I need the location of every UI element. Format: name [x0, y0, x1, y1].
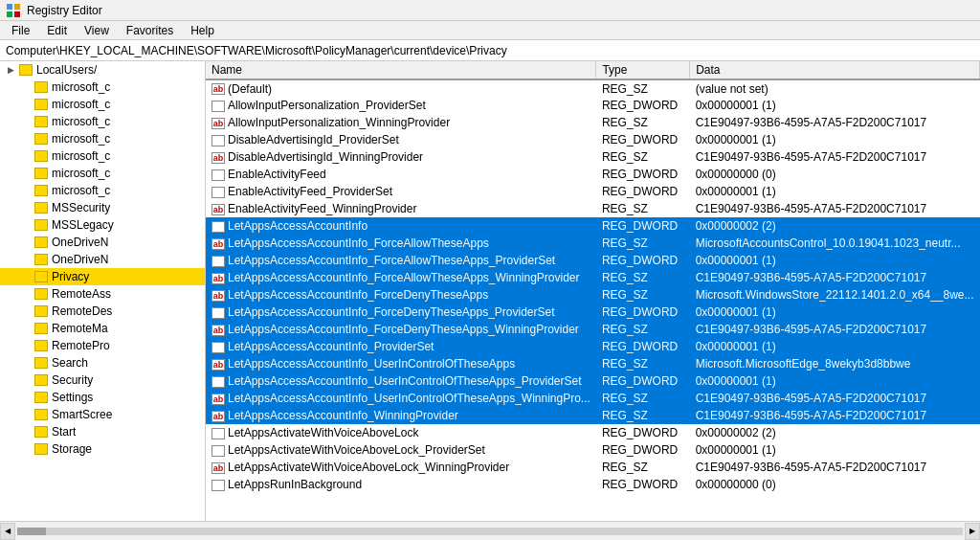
tree-item-microsoftc[interactable]: microsoft_c [0, 79, 205, 96]
tree-item-remotedes[interactable]: RemoteDes [0, 303, 205, 320]
grid-icon [212, 169, 225, 181]
tree-item-remoteass[interactable]: RemoteAss [0, 285, 205, 303]
ab-icon: ab [212, 238, 225, 250]
cell-data: C1E90497-93B6-4595-A7A5-F2D200C71017 [690, 200, 980, 217]
right-panel[interactable]: Name Type Data ab(Default)REG_SZ(value n… [206, 61, 980, 521]
tree-item-label: Privacy [52, 270, 89, 283]
table-row[interactable]: LetAppsAccessAccountInfoREG_DWORD0x00000… [206, 217, 980, 235]
table-row[interactable]: LetAppsAccessAccountInfo_ForceDenyTheseA… [206, 304, 980, 321]
cell-type: REG_DWORD [596, 338, 690, 355]
tree-item-security[interactable]: Security [0, 371, 205, 389]
table-row[interactable]: LetAppsActivateWithVoiceAboveLockREG_DWO… [206, 424, 980, 441]
tree-item-search[interactable]: Search [0, 354, 205, 371]
tree-item-remotepro[interactable]: RemotePro [0, 337, 205, 354]
tree-item-settings[interactable]: Settings [0, 389, 205, 406]
scroll-thumb[interactable] [17, 528, 46, 535]
cell-data: 0x00000000 (0) [690, 166, 980, 183]
table-row[interactable]: LetAppsRunInBackgroundREG_DWORD0x0000000… [206, 476, 980, 493]
table-row[interactable]: EnableActivityFeedREG_DWORD0x00000000 (0… [206, 166, 980, 183]
menu-item-help[interactable]: Help [183, 23, 222, 38]
cell-data: 0x00000001 (1) [690, 252, 980, 269]
left-panel[interactable]: ▶LocalUsers/microsoft_cmicrosoft_cmicros… [0, 61, 206, 521]
registry-name: DisableAdvertisingId_WinningProvider [228, 150, 423, 164]
tree-item-msslegacy[interactable]: MSSLegacy [0, 216, 205, 234]
cell-data: 0x00000001 (1) [690, 97, 980, 114]
table-row[interactable]: abLetAppsAccessAccountInfo_ForceDenyThes… [206, 286, 980, 304]
col-header-name[interactable]: Name [206, 61, 596, 79]
table-row[interactable]: LetAppsAccessAccountInfo_ForceAllowThese… [206, 252, 980, 269]
folder-icon [34, 168, 48, 179]
table-row[interactable]: abLetAppsAccessAccountInfo_WinningProvid… [206, 407, 980, 424]
table-row[interactable]: DisableAdvertisingId_ProviderSetREG_DWOR… [206, 131, 980, 148]
tree-item-remotema[interactable]: RemoteMa [0, 320, 205, 337]
tree-item-smartscree[interactable]: SmartScree [0, 406, 205, 423]
table-row[interactable]: abDisableAdvertisingId_WinningProviderRE… [206, 148, 980, 166]
tree-item-privacy[interactable]: Privacy [0, 268, 205, 285]
cell-name: abAllowInputPersonalization_WinningProvi… [206, 114, 596, 131]
table-row[interactable]: abLetAppsAccessAccountInfo_ForceAllowThe… [206, 235, 980, 252]
tree-item-label: Security [52, 373, 93, 387]
table-row[interactable]: abLetAppsAccessAccountInfo_ForceAllowThe… [206, 269, 980, 286]
menu-item-view[interactable]: View [77, 23, 117, 38]
grid-icon [212, 101, 225, 112]
folder-icon [34, 288, 48, 300]
grid-icon [212, 221, 225, 233]
table-row[interactable]: ab(Default)REG_SZ(value not set) [206, 79, 980, 97]
ab-icon: ab [212, 204, 225, 215]
tree-item-onedriven[interactable]: OneDriveN [0, 234, 205, 251]
cell-type: REG_SZ [596, 286, 690, 304]
tree-item-microsoftc[interactable]: microsoft_c [0, 96, 205, 113]
table-row[interactable]: abAllowInputPersonalization_WinningProvi… [206, 114, 980, 131]
tree-item-label: RemotePro [52, 339, 110, 352]
folder-icon [34, 426, 48, 438]
app-icon [6, 3, 21, 18]
tree-item-localusers[interactable]: ▶LocalUsers/ [0, 61, 205, 79]
tree-item-label: LocalUsers/ [36, 63, 97, 77]
cell-data: MicrosoftAccountsControl_10.0.19041.1023… [690, 235, 980, 252]
folder-icon [34, 116, 48, 127]
menu-item-edit[interactable]: Edit [39, 23, 75, 38]
cell-data: 0x00000002 (2) [690, 424, 980, 441]
table-row[interactable]: abEnableActivityFeed_WinningProviderREG_… [206, 200, 980, 217]
table-row[interactable]: AllowInputPersonalization_ProviderSetREG… [206, 97, 980, 114]
cell-type: REG_SZ [596, 235, 690, 252]
tree-item-microsoftc[interactable]: microsoft_c [0, 147, 205, 165]
cell-data: 0x00000001 (1) [690, 183, 980, 200]
main-content: ▶LocalUsers/microsoft_cmicrosoft_cmicros… [0, 61, 980, 521]
tree-item-microsoftc[interactable]: microsoft_c [0, 182, 205, 199]
cell-data: C1E90497-93B6-4595-A7A5-F2D200C71017 [690, 390, 980, 407]
expand-arrow[interactable]: ▶ [8, 65, 19, 75]
tree-item-mssecurity[interactable]: MSSecurity [0, 199, 205, 216]
scroll-track[interactable] [17, 528, 963, 535]
menu-item-favorites[interactable]: Favorites [119, 23, 181, 38]
cell-name: LetAppsAccessAccountInfo_ForceAllowThese… [206, 252, 596, 269]
cell-type: REG_SZ [596, 459, 690, 476]
cell-data: 0x00000001 (1) [690, 372, 980, 390]
scroll-left-btn[interactable]: ◀ [0, 523, 15, 540]
grid-icon [212, 307, 225, 319]
cell-name: ab(Default) [206, 79, 596, 97]
scroll-right-btn[interactable]: ▶ [965, 523, 980, 540]
tree-item-label: MSSLegacy [52, 218, 114, 232]
table-row[interactable]: abLetAppsAccessAccountInfo_ForceDenyThes… [206, 321, 980, 338]
bottom-scrollbar[interactable]: ◀ ▶ [0, 521, 980, 540]
table-row[interactable]: LetAppsActivateWithVoiceAboveLock_Provid… [206, 441, 980, 459]
table-row[interactable]: EnableActivityFeed_ProviderSetREG_DWORD0… [206, 183, 980, 200]
cell-type: REG_DWORD [596, 131, 690, 148]
col-header-data[interactable]: Data [690, 61, 980, 79]
tree-item-onedriven[interactable]: OneDriveN [0, 251, 205, 268]
table-row[interactable]: abLetAppsAccessAccountInfo_UserInControl… [206, 355, 980, 372]
table-row[interactable]: abLetAppsAccessAccountInfo_UserInControl… [206, 390, 980, 407]
tree-item-microsoftc[interactable]: microsoft_c [0, 113, 205, 130]
cell-type: REG_DWORD [596, 183, 690, 200]
table-row[interactable]: LetAppsAccessAccountInfo_ProviderSetREG_… [206, 338, 980, 355]
tree-item-microsoftc[interactable]: microsoft_c [0, 130, 205, 147]
table-row[interactable]: LetAppsAccessAccountInfo_UserInControlOf… [206, 372, 980, 390]
tree-item-storage[interactable]: Storage [0, 440, 205, 458]
tree-item-microsoftc[interactable]: microsoft_c [0, 165, 205, 182]
folder-icon [34, 357, 48, 369]
tree-item-start[interactable]: Start [0, 423, 205, 440]
col-header-type[interactable]: Type [596, 61, 690, 79]
table-row[interactable]: abLetAppsActivateWithVoiceAboveLock_Winn… [206, 459, 980, 476]
menu-item-file[interactable]: File [4, 23, 37, 38]
